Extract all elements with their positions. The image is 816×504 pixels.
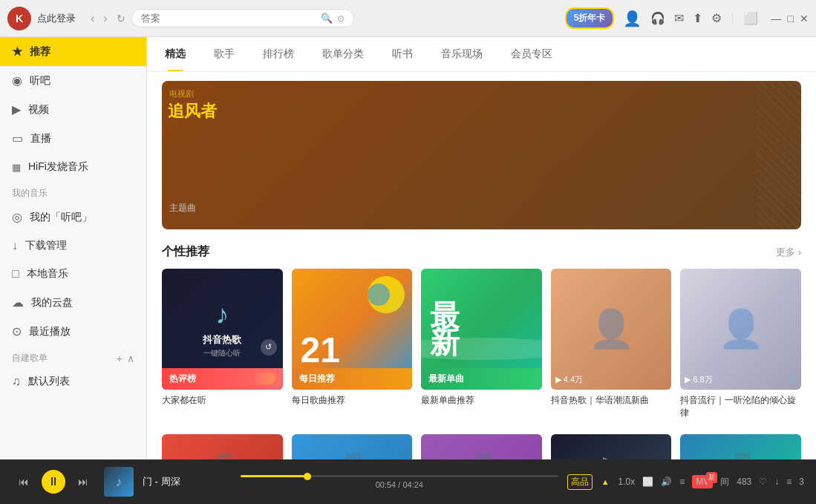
maximize-button[interactable]: □ (788, 13, 794, 24)
daily-bottom: 每日推荐 (292, 368, 413, 390)
tab-gedan[interactable]: 歌单分类 (319, 37, 367, 71)
banner-left-sub: 主题曲 (169, 202, 196, 215)
windowed-icon[interactable]: ⬜ (743, 11, 758, 25)
mail-icon[interactable]: ✉ (674, 11, 684, 25)
speed-button[interactable]: 1.0x (618, 477, 636, 487)
next-button[interactable]: ⏭ (71, 470, 95, 494)
refresh-button[interactable]: ↻ (117, 13, 125, 24)
sidebar-label: 我的「听吧」 (30, 211, 92, 224)
forward-button[interactable]: › (100, 9, 110, 28)
sidebar-item-hifi[interactable]: ▦ HiFi发烧音乐 (0, 153, 146, 181)
latest-label: 最新单曲 (428, 373, 464, 385)
sidebar-item-zhibo[interactable]: ▭ 直播 (0, 124, 146, 153)
card-artist2[interactable]: 👤 ▶ 6.8万 ♪ 抖音流行｜一听沦陷的倾心旋律 (680, 269, 801, 419)
progress-track[interactable] (241, 475, 558, 477)
star-icon: ★ (12, 45, 22, 59)
minimize-button[interactable]: — (771, 13, 782, 24)
local-icon: □ (12, 267, 19, 281)
tab-yinyue[interactable]: 音乐现场 (438, 37, 486, 71)
tab-paihang[interactable]: 排行榜 (260, 37, 297, 71)
sidebar-item-local[interactable]: □ 本地音乐 (0, 260, 146, 288)
comment-button[interactable]: 间 (720, 476, 729, 488)
playlist-icon: ♫ (12, 375, 21, 388)
prev-button[interactable]: ⏮ (12, 470, 36, 494)
headphone-icon[interactable]: 🎧 (650, 11, 665, 25)
progress-dot (304, 473, 311, 480)
tab-tingshu[interactable]: 听书 (389, 37, 416, 71)
collapse-playlist-button[interactable]: ∧ (127, 353, 134, 364)
divider: | (731, 12, 734, 25)
user-avatar[interactable]: 👤 (623, 10, 642, 27)
card-daily[interactable]: 21 Mar. 每日推荐 每日歌曲推荐 (292, 269, 413, 419)
search-input[interactable] (141, 13, 316, 24)
artist1-bg: 👤 (551, 269, 672, 390)
quality-arrow[interactable]: ▲ (601, 477, 610, 486)
search-icon[interactable]: 🔍 (321, 13, 333, 24)
bottom-card-2[interactable]: 🎵 (292, 434, 413, 459)
player-thumbnail: ♪ (104, 467, 134, 497)
daily-label: 每日推荐 (299, 373, 335, 385)
back-button[interactable]: ‹ (88, 9, 97, 28)
live-icon: ▭ (12, 131, 23, 145)
banner-left[interactable]: 电视剧 追风者 主题曲 (162, 81, 801, 229)
upload-icon[interactable]: ⬆ (693, 11, 702, 25)
sidebar-label: 推荐 (30, 45, 50, 59)
login-button[interactable]: 点此登录 (37, 12, 76, 25)
close-button[interactable]: ✕ (800, 13, 809, 24)
download-button[interactable]: ↓ (774, 477, 779, 487)
player-controls: ⏮ ⏸ ⏭ (12, 470, 95, 494)
card-douyin-hot[interactable]: ♪ 抖音热歌 一键随心听 ↺ 热评榜 大家都在听 (162, 269, 283, 419)
sidebar-label: HiFi发烧音乐 (28, 160, 88, 174)
more-button[interactable]: 更多 › (776, 246, 801, 259)
bottom-card-3[interactable]: 🎵 (421, 434, 542, 459)
card-thumb-douyin: ♪ 抖音热歌 一键随心听 ↺ 热评榜 (162, 269, 283, 390)
progress-fill (241, 475, 307, 477)
promo-badge[interactable]: 5折年卡 (565, 7, 615, 29)
sidebar-label: 听吧 (30, 74, 50, 88)
bottom-card-1[interactable]: 🎵 (162, 434, 283, 459)
play-pause-button[interactable]: ⏸ (42, 470, 65, 494)
hot-thumb (255, 373, 275, 384)
new-badge: 新 (706, 472, 717, 483)
card-thumb-artist2: 👤 ▶ 6.8万 ♪ (680, 269, 801, 390)
bottom-card-5[interactable]: 🎵 (680, 434, 801, 459)
content-area: 精选 歌手 排行榜 歌单分类 听书 音乐现场 会员专区 电视剧 追风者 主题曲 (147, 37, 816, 459)
screen-button[interactable]: ⬜ (642, 477, 653, 487)
quality-badge: 高品 (567, 474, 593, 490)
card-latest[interactable]: 最新 最新单曲 最新单曲推荐 (421, 269, 542, 419)
sidebar-item-tuijian[interactable]: ★ 推荐 (0, 37, 146, 66)
card-artist1[interactable]: 👤 ▶ 4.4万 抖音热歌｜华语潮流新曲 (551, 269, 672, 419)
player-right-controls: 1.0x ⬜ 🔊 ≡ MV 新 间 483 ♡ ↓ ≡ 3 (618, 476, 804, 488)
card-thumb-latest: 最新 最新单曲 (421, 269, 542, 390)
tab-jingxuan[interactable]: 精选 (162, 37, 189, 71)
hot-label: 热评榜 (169, 373, 196, 385)
playlist-title: 自建歌单 (12, 352, 48, 364)
section-title: 个性推荐 (162, 244, 209, 260)
bottom-card-4[interactable]: ▶ (551, 434, 672, 459)
sidebar-item-download[interactable]: ↓ 下载管理 (0, 232, 146, 260)
tab-geshou[interactable]: 歌手 (211, 37, 238, 71)
refresh-small-icon[interactable]: ↺ (261, 339, 277, 356)
cloud-icon: ☁ (12, 295, 24, 310)
sidebar-item-my-tingba[interactable]: ◎ 我的「听吧」 (0, 203, 146, 232)
playlist-button[interactable]: ≡ (786, 477, 791, 487)
sidebar-item-video[interactable]: ▶ 视频 (0, 95, 146, 124)
like-button[interactable]: ♡ (759, 477, 767, 487)
sidebar-item-cloud[interactable]: ☁ 我的云盘 (0, 288, 146, 317)
cards-row: ♪ 抖音热歌 一键随心听 ↺ 热评榜 大家都在听 (162, 269, 801, 419)
bottom-row: 🎵 🎵 🎵 ▶ 🎵 (162, 434, 801, 459)
sidebar-item-default-playlist[interactable]: ♫ 默认列表 (0, 367, 146, 396)
sidebar-item-tingba[interactable]: ◉ 听吧 (0, 66, 146, 95)
card-title: 抖音热歌｜华语潮流新曲 (551, 394, 672, 407)
add-playlist-button[interactable]: + (117, 353, 123, 364)
sidebar: ★ 推荐 ◉ 听吧 ▶ 视频 ▭ 直播 ▦ HiFi发烧音乐 我的音乐 ◎ 我的… (0, 37, 147, 459)
settings-icon[interactable]: ⚙ (711, 11, 722, 25)
equalizer-button[interactable]: ≡ (679, 477, 685, 487)
play-count-1: ▶ 4.4万 (555, 374, 583, 385)
player-song-title: 门 - 周深 (143, 475, 232, 488)
sidebar-item-recent[interactable]: ⊙ 最近播放 (0, 317, 146, 346)
top-icons: 5折年卡 👤 🎧 ✉ ⬆ ⚙ | ⬜ (565, 7, 758, 29)
volume-button[interactable]: 🔊 (661, 477, 672, 487)
tab-huiyuan[interactable]: 会员专区 (508, 37, 555, 71)
sidebar-label: 默认列表 (28, 375, 70, 388)
